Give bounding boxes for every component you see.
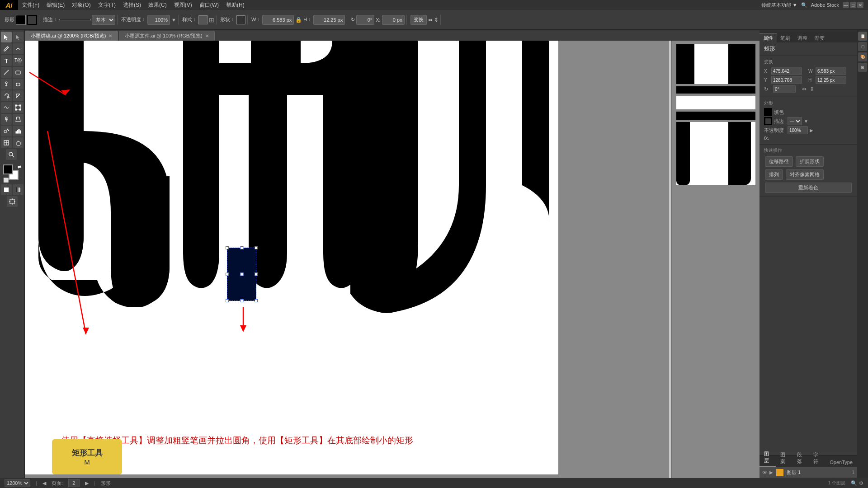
flip-h-icon[interactable]: ⇔: [802, 86, 807, 92]
main-canvas-svg[interactable]: [25, 41, 558, 474]
menu-select[interactable]: 选择(S): [119, 0, 145, 10]
menu-file[interactable]: 文件(F): [18, 0, 43, 10]
touch-type-tool[interactable]: Tⓐ: [13, 55, 24, 66]
rotate-tool[interactable]: [1, 90, 12, 101]
mirror-v-icon[interactable]: ⇕: [434, 17, 439, 23]
handle-top-right[interactable]: [255, 246, 258, 249]
tab-layers[interactable]: 图层: [760, 449, 776, 467]
style-swatch[interactable]: [198, 15, 208, 24]
stroke-color-swatch[interactable]: [27, 15, 37, 25]
shape-tool[interactable]: [13, 67, 24, 78]
h-value-input[interactable]: [816, 76, 846, 84]
scale-tool[interactable]: [13, 90, 24, 101]
stroke-color-box[interactable]: [764, 117, 772, 125]
status-search-icon[interactable]: 🔍: [851, 480, 857, 486]
offset-path-btn[interactable]: 位移路径: [765, 156, 793, 167]
w-value-input[interactable]: [816, 67, 846, 75]
tab-patterns[interactable]: 图案: [776, 450, 792, 467]
tab-opentype[interactable]: OpenType: [825, 458, 857, 467]
handle-mid-right[interactable]: [255, 273, 258, 276]
tab-character[interactable]: 字符: [809, 450, 825, 467]
expand-shape-btn[interactable]: 扩展形状: [796, 156, 824, 167]
page-prev[interactable]: ◀: [42, 480, 46, 486]
stroke-select[interactable]: 基本: [92, 15, 115, 25]
opacity-toggle[interactable]: ▼: [171, 17, 176, 23]
maximize-button[interactable]: □: [850, 2, 856, 8]
artboard-tool[interactable]: [7, 196, 18, 207]
rotate-value-input[interactable]: [773, 85, 796, 93]
opacity-slider-icon[interactable]: ▶: [810, 128, 813, 133]
panel-icon-stroke[interactable]: ◻: [858, 42, 867, 51]
fill-color-box[interactable]: [764, 108, 772, 116]
symbol-sprayer-tool[interactable]: [1, 126, 12, 136]
tab-doc-2[interactable]: 小墨源文件.ai @ 100% (RGB/预览) ✕: [119, 31, 214, 41]
menu-object[interactable]: 对象(O): [68, 0, 94, 10]
eraser-tool[interactable]: [13, 79, 24, 89]
handle-bot-mid[interactable]: [240, 299, 243, 302]
page-next[interactable]: ▶: [85, 480, 89, 486]
text-tool[interactable]: T: [1, 55, 12, 66]
stroke-width-select[interactable]: —: [788, 117, 802, 125]
tab-properties[interactable]: 属性: [760, 33, 777, 42]
layer-visibility-toggle[interactable]: 👁: [762, 469, 768, 476]
opacity-input[interactable]: [147, 15, 170, 25]
paint-tool[interactable]: [1, 79, 12, 89]
puppet-warp-tool[interactable]: [1, 114, 12, 125]
lock-icon[interactable]: 🔒: [295, 17, 302, 23]
perspective-tool[interactable]: [13, 114, 24, 125]
zoom-select[interactable]: 1200%: [5, 479, 30, 487]
handle-top-mid[interactable]: [240, 246, 243, 249]
selection-tool[interactable]: [1, 32, 12, 42]
panel-icon-layers[interactable]: ⊞: [858, 63, 867, 72]
tab-1-close[interactable]: ✕: [108, 33, 112, 38]
mirror-h-icon[interactable]: ⇔: [428, 17, 433, 23]
menu-help[interactable]: 帮助(H): [222, 0, 248, 10]
reset-colors-icon[interactable]: ⬜: [3, 178, 9, 183]
x-input[interactable]: [382, 15, 405, 25]
width-input[interactable]: [262, 15, 294, 25]
foreground-color[interactable]: [3, 164, 13, 174]
status-settings-icon[interactable]: ⚙: [859, 480, 863, 486]
swap-colors-icon[interactable]: ⇄: [18, 164, 21, 169]
color-mode-solid[interactable]: [1, 184, 12, 195]
color-mode-gradient[interactable]: [13, 184, 24, 195]
handle-bot-left[interactable]: [226, 299, 229, 302]
tab-adjust[interactable]: 调整: [794, 33, 811, 42]
fill-color-swatch[interactable]: [16, 15, 26, 25]
hand-tool[interactable]: [13, 137, 24, 148]
warp-tool[interactable]: [1, 102, 12, 113]
layer-expand-icon[interactable]: ▶: [769, 470, 773, 475]
tab-doc-1[interactable]: 小墨讲稿.ai @ 1200% (RGB/预览) ✕: [25, 31, 118, 41]
tab-gradient[interactable]: 渐变: [811, 33, 828, 42]
direct-selection-tool[interactable]: [13, 32, 24, 42]
zoom-tool[interactable]: [6, 149, 17, 160]
transform-button[interactable]: 变换: [410, 15, 427, 25]
handle-mid-left[interactable]: [226, 273, 229, 276]
handle-center[interactable]: [240, 273, 243, 276]
height-input[interactable]: [313, 15, 345, 25]
menu-text[interactable]: 文字(T): [94, 0, 119, 10]
align-icon[interactable]: ⊞: [209, 16, 214, 23]
menu-effect[interactable]: 效果(C): [145, 0, 170, 10]
menu-view[interactable]: 视图(V): [170, 0, 196, 10]
close-button[interactable]: ✕: [857, 2, 863, 8]
page-input[interactable]: [68, 479, 80, 487]
stroke-options-icon[interactable]: ▼: [804, 119, 808, 124]
tab-paragraph[interactable]: 段落: [793, 450, 809, 467]
tab-2-close[interactable]: ✕: [205, 33, 209, 38]
shape-type-icon[interactable]: [236, 15, 245, 24]
search-icon[interactable]: 🔍: [801, 2, 807, 8]
curvature-tool[interactable]: [13, 43, 24, 54]
layer-name[interactable]: 图层 1: [787, 469, 850, 476]
align-pixel-btn[interactable]: 对齐像素网格: [786, 169, 824, 180]
handle-top-left[interactable]: [226, 246, 229, 249]
slice-tool[interactable]: [1, 137, 12, 148]
panel-icon-properties[interactable]: 📋: [858, 32, 867, 41]
menu-edit[interactable]: 编辑(E): [43, 0, 68, 10]
pen-tool[interactable]: [1, 43, 12, 54]
minimize-button[interactable]: —: [843, 2, 849, 8]
tab-brush[interactable]: 笔刷: [777, 33, 794, 42]
menu-window[interactable]: 窗口(W): [196, 0, 222, 10]
panel-icon-color[interactable]: 🎨: [858, 52, 867, 61]
handle-bot-right[interactable]: [255, 299, 258, 302]
